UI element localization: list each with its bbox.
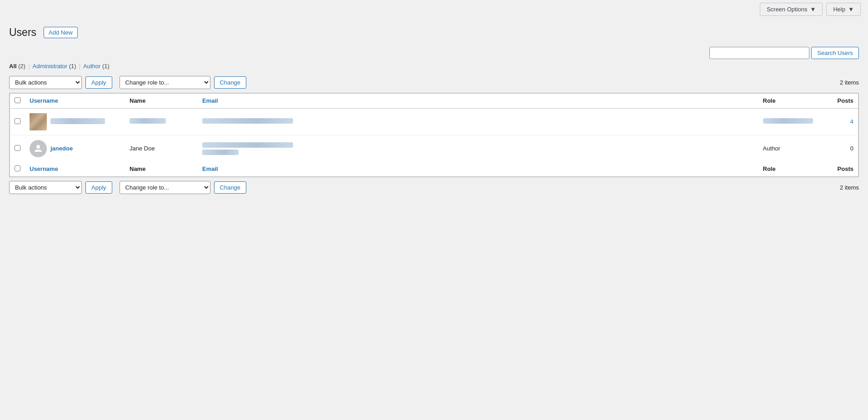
users-tbody: 4janedoeJane DoeAuthor0: [10, 108, 858, 162]
top-bar: Screen Options ▼ Help ▼: [0, 0, 868, 19]
search-users-button[interactable]: Search Users: [811, 47, 859, 59]
header-posts: Posts: [822, 93, 858, 108]
avatar-placeholder: [30, 140, 47, 157]
filter-links: All (2) | Administrator (1) | Author (1): [9, 63, 859, 70]
bottom-change-role-select[interactable]: Change role to... Administrator Author C…: [120, 181, 210, 194]
row-email-cell: [198, 135, 758, 162]
help-label: Help: [833, 6, 845, 13]
posts-link[interactable]: 4: [850, 118, 853, 125]
screen-options-label: Screen Options: [767, 6, 808, 13]
email-footer-sort-link[interactable]: Email: [202, 165, 218, 172]
row-posts-cell: 0: [822, 135, 858, 162]
select-all-checkbox[interactable]: [15, 97, 20, 103]
search-users-container: Search Users: [9, 47, 859, 59]
footer-checkbox-cell: [10, 162, 25, 177]
main-content: Users Add New Search Users All (2) | Adm…: [0, 19, 868, 420]
row-name-cell: Jane Doe: [125, 135, 198, 162]
row-username-cell: janedoe: [25, 135, 125, 162]
header-email: Email: [198, 93, 758, 108]
footer-name: Name: [125, 162, 198, 177]
header-name: Name: [125, 93, 198, 108]
filter-administrator: Administrator (1): [33, 63, 76, 70]
top-apply-button[interactable]: Apply: [85, 76, 112, 89]
table-row: janedoeJane DoeAuthor0: [10, 135, 858, 162]
filter-author-link[interactable]: Author: [83, 63, 100, 70]
row-posts-cell: 4: [822, 108, 858, 135]
username-footer-sort-link[interactable]: Username: [30, 165, 58, 172]
select-all-footer-checkbox[interactable]: [15, 165, 20, 171]
email-blurred-line1: [202, 142, 293, 148]
username-text-wrap: janedoe: [50, 145, 73, 152]
bottom-apply-button[interactable]: Apply: [85, 181, 112, 194]
screen-options-button[interactable]: Screen Options ▼: [760, 3, 823, 16]
table-header-row: Username Name Email Role Posts: [10, 93, 858, 108]
name-blurred: [130, 118, 166, 124]
footer-email: Email: [198, 162, 758, 177]
table-row: 4: [10, 108, 858, 135]
filter-author: Author (1): [83, 63, 110, 70]
filter-author-count: (1): [102, 63, 110, 70]
row-checkbox-cell: [10, 108, 25, 135]
search-input[interactable]: [709, 47, 809, 59]
role-blurred: [763, 118, 813, 124]
bottom-bulk-actions-select[interactable]: Bulk actions Delete: [9, 181, 82, 194]
username-text-wrap: [50, 118, 105, 125]
row-username-cell: [25, 108, 125, 135]
filter-sep-1: |: [28, 63, 30, 70]
bottom-items-count: 2 items: [840, 184, 859, 191]
username-blurred: [50, 118, 105, 124]
svg-point-0: [36, 145, 40, 149]
page-header: Users Add New: [9, 26, 859, 40]
filter-administrator-count: (1): [69, 63, 76, 70]
top-change-button[interactable]: Change: [214, 76, 247, 89]
top-change-role-select[interactable]: Change role to... Administrator Author C…: [120, 76, 210, 89]
email-blurred-wrap: [202, 118, 754, 124]
row-name-cell: [125, 108, 198, 135]
filter-all-label: All: [9, 63, 17, 70]
help-button[interactable]: Help ▼: [826, 3, 861, 16]
filter-administrator-link[interactable]: Administrator: [33, 63, 68, 70]
filter-all-count: (2): [18, 63, 25, 70]
users-table-wrap: Username Name Email Role Posts 4janedoeJ…: [9, 93, 859, 177]
email-blurred-line1: [202, 118, 293, 124]
row-checkbox[interactable]: [15, 118, 20, 124]
avatar: [30, 113, 47, 130]
top-items-count: 2 items: [840, 79, 859, 86]
row-role-cell: Author: [758, 135, 822, 162]
top-bulk-actions-select[interactable]: Bulk actions Delete: [9, 76, 82, 89]
header-checkbox-cell: [10, 93, 25, 108]
table-footer-row: Username Name Email Role Posts: [10, 162, 858, 177]
username-sort-link[interactable]: Username: [30, 97, 58, 104]
row-checkbox[interactable]: [15, 145, 20, 151]
footer-posts: Posts: [822, 162, 858, 177]
bottom-tablenav: Bulk actions Delete Apply Change role to…: [9, 181, 859, 194]
bottom-change-button[interactable]: Change: [214, 181, 247, 194]
users-table: Username Name Email Role Posts 4janedoeJ…: [10, 93, 858, 177]
username-link[interactable]: janedoe: [50, 145, 73, 152]
email-blurred-wrap: [202, 142, 754, 155]
footer-role: Role: [758, 162, 822, 177]
row-role-cell: [758, 108, 822, 135]
footer-username: Username: [25, 162, 125, 177]
email-sort-link[interactable]: Email: [202, 97, 218, 104]
row-checkbox-cell: [10, 135, 25, 162]
help-chevron: ▼: [848, 6, 854, 13]
row-email-cell: [198, 108, 758, 135]
filter-sep-2: |: [79, 63, 80, 70]
add-new-button[interactable]: Add New: [44, 27, 78, 38]
header-username: Username: [25, 93, 125, 108]
filter-all: All (2): [9, 63, 25, 70]
page-title: Users: [9, 26, 36, 40]
header-role: Role: [758, 93, 822, 108]
email-blurred-line2: [202, 150, 239, 155]
screen-options-chevron: ▼: [810, 6, 816, 13]
top-tablenav: Bulk actions Delete Apply Change role to…: [9, 76, 859, 89]
